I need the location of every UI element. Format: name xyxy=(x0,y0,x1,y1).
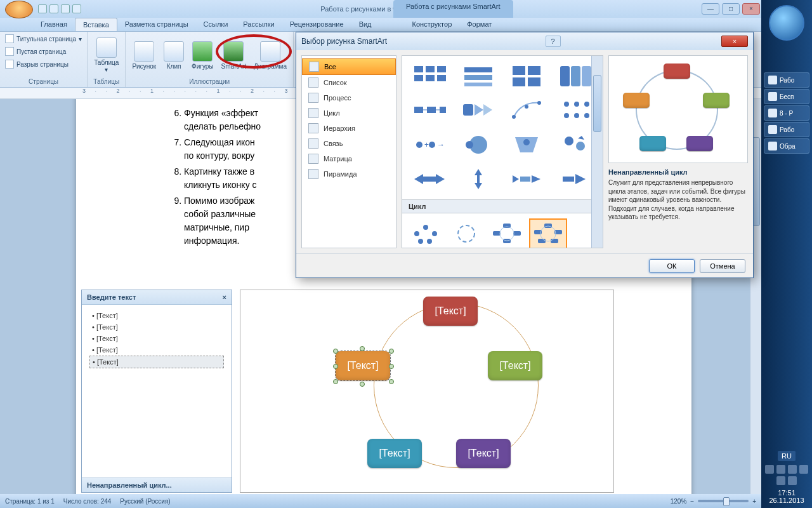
svg-rect-9 xyxy=(513,66,525,75)
cat-matrix[interactable]: Матрица xyxy=(302,151,396,166)
layout-thumb[interactable] xyxy=(488,218,525,248)
title-page-button[interactable]: Титульная страница ▾ xyxy=(4,33,83,44)
layout-thumb[interactable] xyxy=(504,164,549,194)
tab-insert[interactable]: Вставка xyxy=(75,18,117,31)
cycle-node-1[interactable]: [Текст] xyxy=(423,297,478,326)
cat-process[interactable]: Процесс xyxy=(302,90,396,105)
tab-references[interactable]: Ссылки xyxy=(196,18,236,31)
chart-button[interactable]: Диаграмма xyxy=(251,40,289,71)
zoom-in[interactable]: + xyxy=(752,498,756,505)
smartart-canvas[interactable]: [Текст] [Текст] [Текст] [Текст] [Текст] xyxy=(240,290,614,493)
picture-icon xyxy=(134,41,154,62)
text-item[interactable]: [Текст] xyxy=(89,310,224,321)
layout-thumb-selected[interactable] xyxy=(529,218,567,248)
text-pane-close[interactable]: × xyxy=(223,293,226,301)
blank-icon xyxy=(5,47,14,56)
tab-mailings[interactable]: Рассылки xyxy=(235,18,282,31)
layout-thumb[interactable] xyxy=(504,130,549,160)
zoom-slider[interactable] xyxy=(698,500,749,502)
page-break-button[interactable]: Разрыв страницы xyxy=(4,58,70,70)
cancel-button[interactable]: Отмена xyxy=(700,259,745,273)
status-words[interactable]: Число слов: 244 xyxy=(63,498,112,505)
smartart-text-pane: Введите текст× [Текст] [Текст] [Текст] [… xyxy=(81,290,232,493)
text-item[interactable]: [Текст] xyxy=(89,356,224,368)
layout-thumb[interactable] xyxy=(456,164,501,194)
tab-home[interactable]: Главная xyxy=(33,18,75,31)
layout-thumb[interactable] xyxy=(456,130,501,160)
svg-rect-16 xyxy=(414,107,423,113)
layout-thumb[interactable]: +→ xyxy=(407,130,452,160)
quick-access-toolbar[interactable] xyxy=(38,4,81,13)
svg-rect-2 xyxy=(437,66,446,72)
svg-marker-44 xyxy=(513,175,519,183)
cycle-node-4[interactable]: [Текст] xyxy=(367,439,422,468)
cat-hierarchy[interactable]: Иерархия xyxy=(302,121,396,136)
pyramid-icon xyxy=(308,169,318,179)
tray-icons[interactable] xyxy=(765,465,808,485)
tab-layout[interactable]: Разметка страницы xyxy=(117,18,196,31)
status-page[interactable]: Страница: 1 из 1 xyxy=(5,498,55,505)
ok-button[interactable]: ОК xyxy=(649,259,695,273)
hier-icon xyxy=(308,123,318,133)
preview-image xyxy=(608,55,748,163)
svg-point-49 xyxy=(423,225,428,230)
layout-thumb[interactable] xyxy=(504,61,549,91)
cat-list[interactable]: Список xyxy=(302,75,396,90)
shapes-button[interactable]: Фигуры xyxy=(189,40,216,71)
text-item[interactable]: [Текст] xyxy=(89,333,224,344)
group-pages-label: Страницы xyxy=(4,77,83,86)
clock-date[interactable]: 26.11.2013 xyxy=(765,497,808,504)
status-lang[interactable]: Русский (Россия) xyxy=(120,498,170,505)
gallery-scrollbar[interactable] xyxy=(591,56,603,248)
layout-thumb[interactable] xyxy=(448,218,485,248)
tab-review[interactable]: Рецензирование xyxy=(282,18,351,31)
office-button[interactable] xyxy=(5,1,33,18)
dialog-help-button[interactable]: ? xyxy=(546,36,561,47)
table-button[interactable]: Таблица ▾ xyxy=(91,36,121,74)
taskbar-item[interactable]: Рабо xyxy=(764,122,809,137)
tab-view[interactable]: Вид xyxy=(351,18,379,31)
cat-relation[interactable]: Связь xyxy=(302,136,396,151)
cat-all[interactable]: Все xyxy=(302,58,396,75)
svg-rect-12 xyxy=(528,77,540,86)
layout-thumb[interactable] xyxy=(407,95,452,126)
tab-format[interactable]: Формат xyxy=(459,18,499,31)
close-button[interactable]: × xyxy=(742,3,760,15)
start-button[interactable] xyxy=(769,5,804,41)
layout-gallery[interactable]: +→ Цикл xyxy=(402,55,603,248)
text-item[interactable]: [Текст] xyxy=(89,344,224,356)
minimize-button[interactable]: — xyxy=(702,3,719,15)
cycle-node-2[interactable]: [Текст] xyxy=(488,351,542,380)
layout-thumb[interactable] xyxy=(504,95,549,126)
smartart-button[interactable]: SmartArt xyxy=(219,40,249,71)
tab-design[interactable]: Конструктор xyxy=(405,18,460,31)
cycle-node-3[interactable]: [Текст] xyxy=(456,439,511,468)
cat-cycle[interactable]: Цикл xyxy=(302,105,396,121)
zoom-level[interactable]: 120% xyxy=(671,498,687,505)
blank-page-button[interactable]: Пустая страница xyxy=(4,46,67,57)
layout-thumb[interactable] xyxy=(456,61,501,91)
zoom-out[interactable]: − xyxy=(690,498,694,505)
dialog-close-button[interactable]: × xyxy=(721,36,748,47)
language-indicator[interactable]: RU xyxy=(778,451,796,461)
maximize-button[interactable]: □ xyxy=(722,3,740,15)
layout-thumb[interactable] xyxy=(407,61,452,91)
taskbar-item[interactable]: Обра xyxy=(764,138,809,154)
svg-point-50 xyxy=(432,231,437,236)
cycle-node-5[interactable]: [Текст] xyxy=(336,351,390,380)
clip-button[interactable]: Клип xyxy=(161,40,187,71)
taskbar-item[interactable]: Рабо xyxy=(764,72,809,88)
picture-button[interactable]: Рисунок xyxy=(129,40,159,71)
app-icon xyxy=(768,92,777,101)
smartart-dialog: Выбор рисунка SmartArt ? × Все Список Пр… xyxy=(296,32,754,278)
svg-rect-11 xyxy=(513,77,525,86)
taskbar-item[interactable]: Бесп xyxy=(764,89,809,104)
layout-thumb[interactable] xyxy=(407,218,444,248)
cat-pyramid[interactable]: Пирамида xyxy=(302,166,396,182)
taskbar-item[interactable]: 8 - Р xyxy=(764,105,809,121)
svg-marker-43 xyxy=(475,169,482,189)
layout-thumb[interactable] xyxy=(456,95,501,126)
clock-time[interactable]: 17:51 xyxy=(765,489,808,497)
layout-thumb[interactable] xyxy=(407,164,452,194)
text-item[interactable]: [Текст] xyxy=(89,321,224,333)
